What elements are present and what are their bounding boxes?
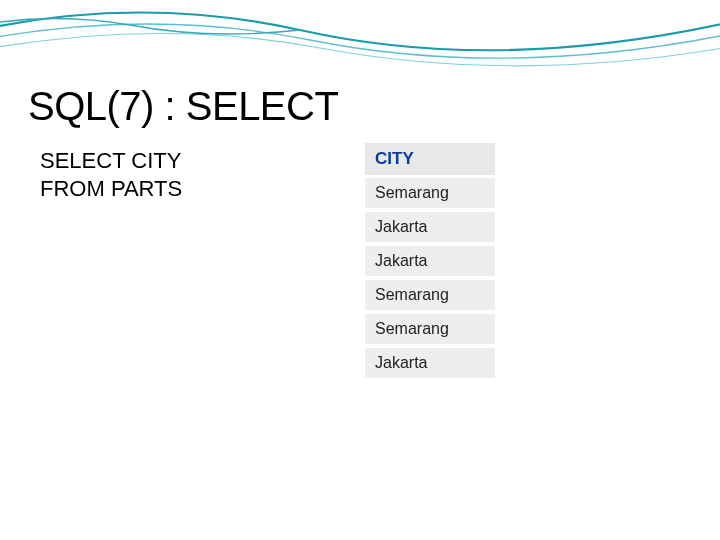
body-area: SELECT CITY FROM PARTS CITY Semarang Jak…: [0, 143, 720, 382]
table-row: Semarang: [365, 280, 495, 314]
slide-title: SQL(7) : SELECT: [0, 80, 720, 143]
decorative-wave: [0, 0, 720, 90]
sql-line-2: FROM PARTS: [40, 175, 365, 203]
table-header-city: CITY: [365, 143, 495, 178]
sql-query-block: SELECT CITY FROM PARTS: [40, 143, 365, 382]
table-row: Semarang: [365, 178, 495, 212]
result-table: CITY Semarang Jakarta Jakarta Semarang S…: [365, 143, 495, 382]
table-row: Jakarta: [365, 212, 495, 246]
table-row: Jakarta: [365, 246, 495, 280]
sql-line-1: SELECT CITY: [40, 147, 365, 175]
table-row: Jakarta: [365, 348, 495, 382]
slide-content: SQL(7) : SELECT SELECT CITY FROM PARTS C…: [0, 80, 720, 540]
table-row: Semarang: [365, 314, 495, 348]
